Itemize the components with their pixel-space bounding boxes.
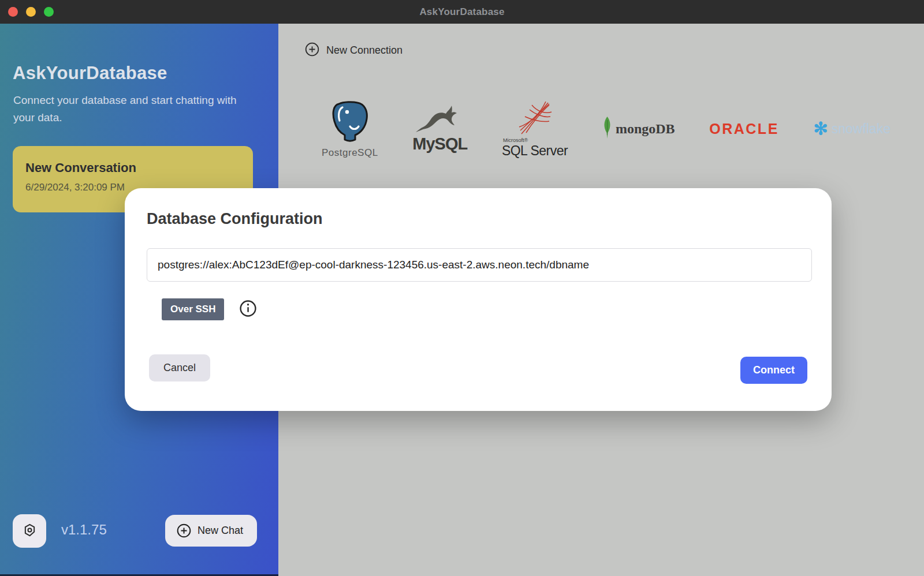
dialog-title: Database Configuration — [147, 210, 323, 228]
snowflake-icon: ✻ — [814, 120, 828, 137]
new-connection-button[interactable]: New Connection — [305, 42, 403, 58]
app-title: AskYourDatabase — [13, 63, 167, 84]
database-option-postgresql[interactable]: PostgreSQL — [322, 99, 378, 159]
database-configuration-dialog: Database Configuration Over SSH Cancel C… — [125, 188, 832, 411]
new-chat-button[interactable]: New Chat — [165, 515, 257, 547]
app-subtitle: Connect your database and start chatting… — [13, 92, 256, 126]
database-logo-row: PostgreSQL MySQL — [322, 99, 891, 159]
cancel-button[interactable]: Cancel — [149, 354, 210, 381]
gear-icon — [22, 522, 38, 540]
snowflake-wordmark: snowflake — [832, 121, 891, 137]
sqlserver-wordmark: SQL Server — [502, 143, 568, 159]
microsoft-brand-text: Microsoft® — [503, 137, 528, 143]
window-title: AskYourDatabase — [419, 6, 504, 18]
close-window-button[interactable] — [8, 7, 18, 17]
minimize-window-button[interactable] — [26, 7, 36, 17]
database-option-mongodb[interactable]: mongoDB — [602, 117, 675, 141]
plus-circle-icon — [305, 42, 319, 58]
oracle-wordmark: ORACLE — [709, 121, 779, 137]
plus-circle-icon — [177, 523, 191, 538]
sqlserver-web-icon — [517, 99, 553, 137]
mysql-dolphin-icon — [415, 104, 465, 136]
mysql-wordmark: MySQL — [412, 134, 467, 154]
info-circle-icon — [239, 300, 257, 319]
database-option-snowflake[interactable]: ✻ snowflake — [814, 120, 891, 137]
settings-button[interactable] — [13, 514, 46, 548]
database-option-mysql[interactable]: MySQL — [412, 104, 467, 154]
connect-button[interactable]: Connect — [740, 357, 807, 384]
ssh-info-button[interactable] — [239, 300, 257, 319]
mongodb-leaf-icon — [602, 117, 612, 141]
database-option-sqlserver[interactable]: Microsoft® SQL Server — [502, 99, 568, 159]
app-version: v1.1.75 — [61, 522, 107, 538]
over-ssh-row: Over SSH — [162, 298, 257, 320]
postgresql-elephant-icon — [331, 99, 369, 145]
zoom-window-button[interactable] — [44, 7, 54, 17]
mongodb-wordmark: mongoDB — [616, 121, 675, 137]
database-option-oracle[interactable]: ORACLE — [709, 121, 779, 137]
new-chat-label: New Chat — [198, 525, 243, 537]
postgresql-wordmark: PostgreSQL — [322, 147, 378, 159]
over-ssh-toggle[interactable]: Over SSH — [162, 298, 224, 320]
window-controls — [8, 7, 54, 17]
conversation-title: New Conversation — [25, 160, 240, 175]
connection-string-input[interactable] — [147, 248, 812, 282]
new-connection-label: New Connection — [326, 44, 403, 57]
window-titlebar: AskYourDatabase — [0, 0, 924, 24]
askyourdatabase-window: AskYourDatabase AskYourDatabase Connect … — [0, 0, 924, 576]
